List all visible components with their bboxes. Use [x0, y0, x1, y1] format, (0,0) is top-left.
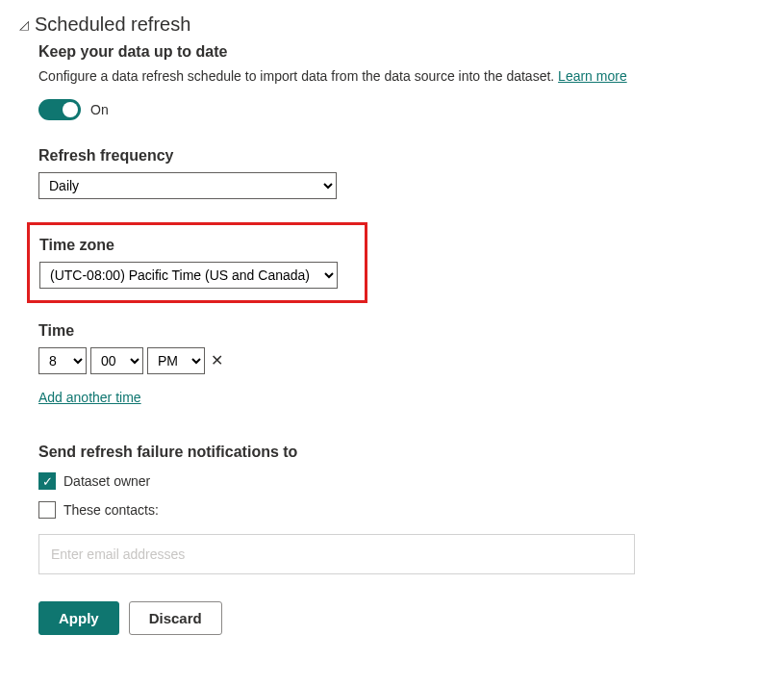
frequency-label: Refresh frequency [38, 147, 765, 165]
time-row: 8 00 PM ✕ [38, 347, 765, 374]
dataset-owner-checkbox[interactable]: ✓ [38, 472, 56, 490]
remove-time-icon[interactable]: ✕ [211, 353, 223, 368]
apply-button[interactable]: Apply [38, 601, 119, 635]
collapse-icon: ◿ [19, 18, 29, 31]
dataset-owner-label: Dataset owner [63, 473, 150, 489]
toggle-knob [63, 102, 78, 117]
add-time-link[interactable]: Add another time [38, 390, 141, 405]
timezone-select[interactable]: (UTC-08:00) Pacific Time (US and Canada) [39, 262, 338, 289]
discard-button[interactable]: Discard [129, 601, 222, 635]
learn-more-link[interactable]: Learn more [558, 68, 627, 84]
timezone-label: Time zone [39, 237, 355, 254]
timezone-highlight: Time zone (UTC-08:00) Pacific Time (US a… [27, 222, 367, 303]
email-input[interactable] [38, 534, 635, 574]
frequency-select[interactable]: Daily [38, 172, 337, 199]
enable-toggle[interactable] [38, 99, 81, 120]
contacts-label: These contacts: [63, 502, 159, 518]
section-title: Scheduled refresh [35, 13, 190, 36]
time-ampm-select[interactable]: PM [147, 347, 205, 374]
time-minute-select[interactable]: 00 [90, 347, 143, 374]
time-hour-select[interactable]: 8 [38, 347, 87, 374]
contacts-checkbox[interactable] [38, 501, 56, 519]
section-subtitle: Keep your data up to date [38, 43, 765, 61]
notifications-label: Send refresh failure notifications to [38, 444, 765, 461]
time-label: Time [38, 322, 765, 340]
description-text: Configure a data refresh schedule to imp… [38, 68, 558, 84]
section-header[interactable]: ◿ Scheduled refresh [19, 13, 765, 36]
toggle-state-label: On [90, 102, 109, 117]
section-description: Configure a data refresh schedule to imp… [38, 68, 765, 84]
